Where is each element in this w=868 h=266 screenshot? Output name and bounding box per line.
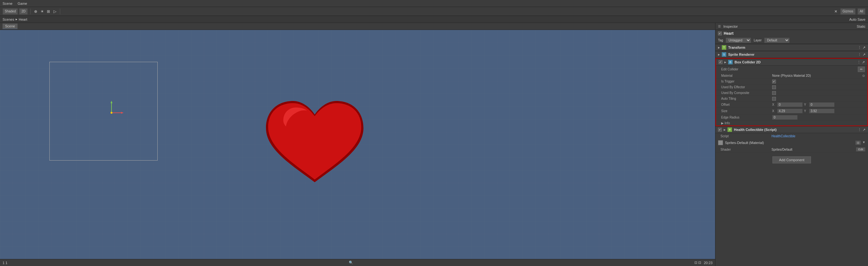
scene-toolbar: Scene bbox=[0, 23, 715, 30]
sprite-renderer-menu-icon[interactable]: ↗ bbox=[863, 53, 865, 57]
scene-view: Scene bbox=[0, 23, 715, 266]
heart-sprite bbox=[260, 93, 369, 196]
mode-2d-btn[interactable]: 2D bbox=[19, 8, 28, 14]
size-xy: X Y bbox=[772, 109, 835, 113]
health-collectible-active-checkbox[interactable]: ✓ bbox=[718, 128, 722, 131]
toolbar-separator-1 bbox=[30, 9, 31, 14]
box-collider-collapse-icon: ▶ bbox=[724, 61, 726, 64]
sprite-renderer-icon: S bbox=[722, 52, 726, 57]
menu-game[interactable]: Game bbox=[18, 2, 27, 5]
scene-coords: 1 1 bbox=[3, 261, 7, 265]
toolbar-icon-3[interactable]: ⊞ bbox=[46, 9, 51, 14]
box-collider-component-icons: ⋮ ↗ bbox=[857, 60, 865, 64]
transform-collapse-icon: ▶ bbox=[718, 46, 720, 49]
health-collectible-title: Health Collectible (Script) bbox=[734, 128, 856, 131]
used-by-effector-checkbox[interactable] bbox=[772, 85, 776, 89]
inspector-tab-label[interactable]: Inspector bbox=[723, 25, 738, 28]
offset-y-input[interactable] bbox=[809, 102, 835, 107]
health-collectible-settings-icon[interactable]: ⋮ bbox=[858, 128, 861, 132]
main-toolbar: Shaded 2D ⊕ ☀ ⊞ ▷ ✕ Gizmos All bbox=[0, 7, 868, 16]
material-asset-name: Sprites-Default (Material) bbox=[725, 141, 764, 145]
tag-label: Tag bbox=[718, 38, 723, 42]
add-component-btn[interactable]: Add Component bbox=[772, 156, 811, 164]
scene-content[interactable] bbox=[0, 30, 715, 259]
layer-dropdown[interactable]: Default bbox=[764, 37, 789, 43]
toolbar-separator-2 bbox=[60, 9, 60, 14]
offset-x-label: X bbox=[772, 103, 776, 107]
inspector-header: ☰ Inspector Static bbox=[715, 23, 868, 30]
size-y-input[interactable] bbox=[809, 109, 835, 113]
offset-xy: X Y bbox=[772, 102, 835, 107]
material-select-btn[interactable]: ◎ bbox=[855, 141, 861, 145]
all-btn[interactable]: All bbox=[858, 8, 865, 14]
transform-settings-icon[interactable]: ⋮ bbox=[858, 46, 861, 50]
box-collider-menu-icon[interactable]: ↗ bbox=[862, 60, 865, 64]
shader-value: Sprites/Default bbox=[772, 148, 855, 151]
offset-row: Offset X Y bbox=[716, 101, 867, 108]
box-collider-section: ✓ ▶ B Box Collider 2D ⋮ ↗ Edit Collider … bbox=[715, 58, 868, 126]
menu-bar: Scene Game bbox=[0, 0, 868, 7]
transform-icon: T bbox=[722, 45, 726, 50]
edge-radius-input[interactable] bbox=[772, 115, 798, 120]
material-property-row: Material None (Physics Material 2D) ⊙ bbox=[716, 73, 867, 79]
size-label: Size bbox=[721, 109, 772, 113]
transform-header[interactable]: ▶ T Transform ⋮ ↗ bbox=[715, 44, 868, 51]
scene-search-icon[interactable]: 🔍 bbox=[349, 261, 353, 265]
offset-x-input[interactable] bbox=[777, 102, 803, 107]
is-trigger-label: Is Trigger bbox=[721, 80, 772, 83]
info-expand-icon[interactable]: ▶ bbox=[721, 121, 725, 125]
autosave-label: Auto Save bbox=[849, 18, 865, 21]
edit-collider-label: Edit Collider bbox=[721, 67, 772, 71]
auto-tiling-checkbox[interactable] bbox=[772, 97, 776, 101]
info-row: ▶ Info bbox=[716, 121, 867, 125]
sprite-renderer-header[interactable]: ▶ S Sprite Renderer ⋮ ↗ bbox=[715, 51, 868, 58]
scene-tab[interactable]: Scene bbox=[3, 24, 18, 29]
offset-label: Offset bbox=[721, 103, 772, 107]
used-by-composite-checkbox[interactable] bbox=[772, 91, 776, 95]
inspector-content: ✓ Heart Tag Untagged Layer Default ▶ T T… bbox=[715, 30, 868, 266]
breadcrumb-scenes[interactable]: Scenes bbox=[3, 18, 14, 21]
box-collider-settings-icon[interactable]: ⋮ bbox=[857, 60, 861, 64]
sprite-renderer-component-icons: ⋮ ↗ bbox=[858, 53, 865, 57]
scene-bottom-bar: 1 1 🔍 ⊡ ⊡ 20:23 bbox=[0, 259, 715, 266]
health-collectible-menu-icon[interactable]: ↗ bbox=[863, 128, 865, 132]
toolbar-icon-4[interactable]: ▷ bbox=[52, 9, 57, 14]
is-trigger-checkbox[interactable]: ✓ bbox=[772, 80, 776, 84]
static-label: Static bbox=[857, 25, 865, 28]
gizmos-btn[interactable]: Gizmos bbox=[840, 8, 856, 14]
material-select-icon[interactable]: ⊙ bbox=[862, 74, 865, 78]
shader-edit-btn[interactable]: Edit bbox=[856, 147, 865, 152]
box-collider-title: Box Collider 2D bbox=[735, 60, 855, 64]
box-collider-active-checkbox[interactable]: ✓ bbox=[719, 60, 722, 64]
toolbar-icon-2[interactable]: ☀ bbox=[39, 9, 44, 14]
transform-menu-icon[interactable]: ↗ bbox=[863, 46, 865, 50]
toolbar-icon-1[interactable]: ⊕ bbox=[33, 9, 38, 14]
box-collider-icon: B bbox=[728, 60, 733, 64]
tag-dropdown[interactable]: Untagged bbox=[725, 37, 751, 43]
auto-tiling-label: Auto Tiling bbox=[721, 97, 772, 100]
object-active-checkbox[interactable]: ✓ bbox=[718, 32, 722, 35]
material-dropdown-btn[interactable]: ▼ bbox=[862, 141, 865, 145]
shading-dropdown[interactable]: Shaded bbox=[3, 8, 18, 14]
sprite-renderer-settings-icon[interactable]: ⋮ bbox=[858, 53, 861, 57]
menu-scene[interactable]: Scene bbox=[3, 2, 12, 5]
transform-gizmo bbox=[99, 100, 124, 126]
edge-radius-row: Edge Radius bbox=[716, 114, 867, 121]
health-collectible-header[interactable]: ✓ ▶ # Health Collectible (Script) ⋮ ↗ bbox=[715, 126, 868, 133]
breadcrumb-sep: ▸ bbox=[16, 17, 18, 21]
object-name[interactable]: Heart bbox=[724, 31, 865, 36]
scene-icons[interactable]: ⊡ ⊡ bbox=[694, 261, 701, 265]
script-value[interactable]: HealthCollectible bbox=[772, 135, 795, 138]
size-x-input[interactable] bbox=[777, 109, 803, 113]
shader-row: Shader Sprites/Default Edit bbox=[715, 147, 868, 153]
toolbar-close-icon[interactable]: ✕ bbox=[833, 9, 838, 14]
sprite-renderer-collapse-icon: ▶ bbox=[718, 53, 720, 56]
material-thumbnail bbox=[718, 140, 723, 145]
is-trigger-row: Is Trigger ✓ bbox=[716, 79, 867, 84]
breadcrumb-object[interactable]: Heart bbox=[19, 18, 27, 21]
edit-collider-btn[interactable]: ✏ bbox=[858, 66, 865, 72]
used-by-composite-label: Used By Composite bbox=[721, 91, 772, 95]
box-collider-header[interactable]: ✓ ▶ B Box Collider 2D ⋮ ↗ bbox=[716, 59, 867, 66]
edit-collider-row: Edit Collider ✏ bbox=[716, 66, 867, 73]
layer-label: Layer bbox=[754, 38, 762, 42]
